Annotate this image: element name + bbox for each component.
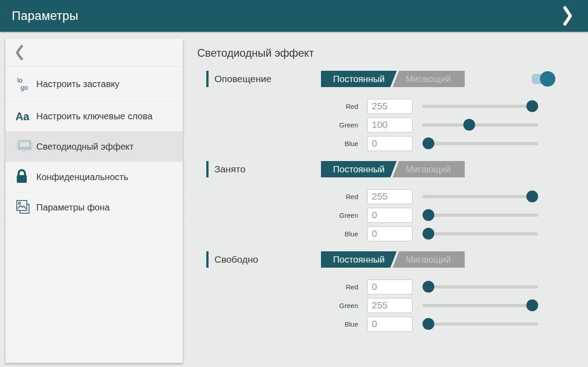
section-title: Оповещение xyxy=(214,73,272,84)
channel-label: Green xyxy=(206,302,358,309)
mode-switch: Мигающий Постоянный xyxy=(321,251,465,268)
channel-label: Green xyxy=(206,211,358,219)
mode-option-blinking[interactable]: Мигающий xyxy=(392,161,465,177)
slider-track xyxy=(423,195,538,198)
section-title: Свободно xyxy=(214,254,258,265)
mode-option-constant[interactable]: Постоянный xyxy=(321,71,397,87)
page-header-title: Параметры xyxy=(12,9,78,23)
channel-label: Red xyxy=(206,103,358,110)
sidebar-item-label: Настроить ключевые слова xyxy=(36,110,152,122)
red-value-input[interactable] xyxy=(367,279,413,294)
page-title: Светодиодный эффект xyxy=(197,47,588,59)
slider-thumb[interactable] xyxy=(463,119,475,131)
green-slider[interactable] xyxy=(423,298,538,313)
sidebar-item-label: Светодиодный эффект xyxy=(36,141,134,152)
power-toggle[interactable] xyxy=(532,71,555,87)
green-value-input[interactable] xyxy=(367,117,413,132)
svg-text:Aa: Aa xyxy=(15,110,29,122)
slider-track xyxy=(423,304,538,307)
sidebar-back-button[interactable] xyxy=(5,39,183,67)
section-title: Занято xyxy=(214,164,245,175)
channel-label: Blue xyxy=(206,320,358,328)
chevron-left-icon xyxy=(15,45,24,60)
red-slider[interactable] xyxy=(423,189,538,204)
channel-row-green: Green xyxy=(206,117,588,132)
slider-thumb[interactable] xyxy=(526,299,538,311)
blue-value-input[interactable] xyxy=(367,317,413,332)
slider-thumb[interactable] xyxy=(526,191,538,202)
blue-slider[interactable] xyxy=(423,226,538,241)
slider-thumb[interactable] xyxy=(423,209,434,221)
green-slider[interactable] xyxy=(423,117,538,132)
channel-label: Green xyxy=(206,121,358,129)
lock-icon xyxy=(15,169,36,185)
sidebar: lo go Настроить заставку Aa Настроить кл… xyxy=(5,39,183,363)
settings-app: Параметры lo go Настроить заста xyxy=(0,0,588,367)
channel-label: Blue xyxy=(206,140,358,147)
mode-option-blinking[interactable]: Мигающий xyxy=(392,251,465,268)
section-free: Свободно Мигающий Постоянный Red xyxy=(206,251,588,332)
section-accent-bar xyxy=(206,71,209,87)
mode-option-blinking[interactable]: Мигающий xyxy=(392,71,465,87)
mode-switch: Мигающий Постоянный xyxy=(321,161,465,177)
slider-thumb[interactable] xyxy=(423,281,434,293)
channel-row-red: Red xyxy=(206,279,588,294)
blue-slider[interactable] xyxy=(423,136,538,151)
chevron-right-icon xyxy=(563,6,574,26)
red-slider[interactable] xyxy=(423,279,538,294)
channel-row-red: Red xyxy=(206,189,588,204)
blue-value-input[interactable] xyxy=(367,136,413,151)
slider-thumb[interactable] xyxy=(423,318,434,330)
section-busy: Занято Мигающий Постоянный Red xyxy=(206,161,588,241)
channel-row-green: Green xyxy=(206,298,588,313)
red-slider[interactable] xyxy=(423,99,538,114)
green-slider[interactable] xyxy=(423,208,538,223)
channel-label: Red xyxy=(206,193,358,201)
red-value-input[interactable] xyxy=(367,189,413,204)
sidebar-item-label: Параметры фона xyxy=(36,201,110,213)
mode-switch: Мигающий Постоянный xyxy=(321,71,465,87)
sidebar-item-led-effect[interactable]: Светодиодный эффект xyxy=(5,132,183,162)
slider-track xyxy=(423,214,538,217)
sidebar-item-privacy[interactable]: Конфиденциальность xyxy=(5,162,183,192)
channel-row-blue: Blue xyxy=(206,317,588,332)
channel-row-red: Red xyxy=(206,99,588,114)
logo-icon: lo go xyxy=(15,75,36,93)
expand-forward-button[interactable] xyxy=(561,5,576,26)
section-accent-bar xyxy=(206,251,209,268)
slider-track xyxy=(423,285,538,289)
sidebar-item-label: Конфиденциальность xyxy=(36,171,128,183)
sidebar-item-background[interactable]: Параметры фона xyxy=(5,192,183,223)
red-value-input[interactable] xyxy=(367,99,413,114)
svg-text:lo: lo xyxy=(17,76,23,84)
slider-thumb[interactable] xyxy=(526,100,538,112)
led-display-icon xyxy=(15,139,36,154)
slider-thumb[interactable] xyxy=(423,137,434,149)
section-accent-bar xyxy=(206,161,209,177)
mode-option-constant[interactable]: Постоянный xyxy=(321,251,397,268)
svg-text:go: go xyxy=(20,83,28,91)
background-images-icon xyxy=(15,199,36,216)
channel-label: Red xyxy=(206,283,358,291)
green-value-input[interactable] xyxy=(367,208,413,223)
channel-row-green: Green xyxy=(206,208,588,223)
slider-track xyxy=(423,105,538,108)
app-header: Параметры xyxy=(0,0,588,32)
aa-icon: Aa xyxy=(15,109,36,123)
sidebar-item-label: Настроить заставку xyxy=(36,78,119,90)
sidebar-item-keywords[interactable]: Aa Настроить ключевые слова xyxy=(5,101,183,132)
mode-option-constant[interactable]: Постоянный xyxy=(321,161,397,177)
channel-label: Blue xyxy=(206,230,358,238)
slider-track xyxy=(423,232,538,235)
section-alert: Оповещение Мигающий Постоянный Red xyxy=(206,71,588,151)
blue-value-input[interactable] xyxy=(367,226,413,241)
toggle-knob xyxy=(540,71,555,87)
slider-track xyxy=(423,323,538,326)
channel-row-blue: Blue xyxy=(206,136,588,151)
sidebar-item-splash-screen[interactable]: lo go Настроить заставку xyxy=(5,67,183,101)
green-value-input[interactable] xyxy=(367,298,413,313)
blue-slider[interactable] xyxy=(423,317,538,332)
slider-track xyxy=(423,123,538,127)
slider-thumb[interactable] xyxy=(423,228,434,240)
slider-track xyxy=(423,142,538,145)
